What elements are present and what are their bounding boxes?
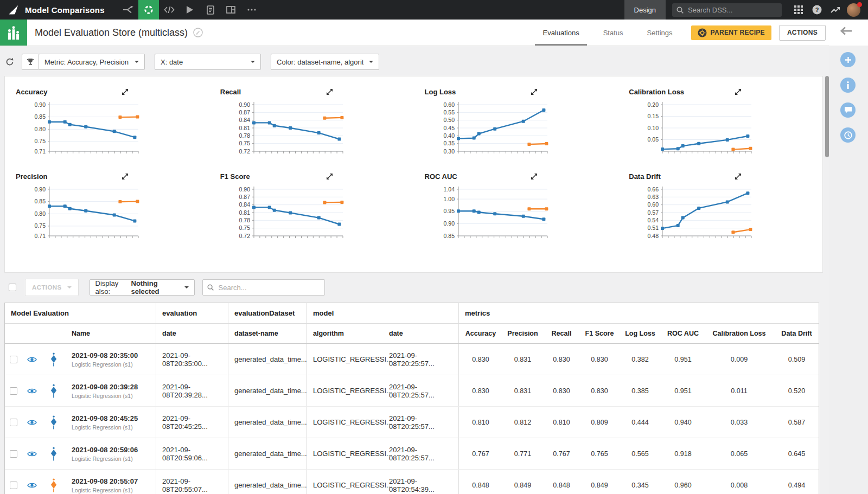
col-header-algorithm[interactable]: algorithm xyxy=(307,324,383,343)
metric-value: 0.831 xyxy=(502,344,543,375)
metric-value: 0.830 xyxy=(580,375,619,406)
chart-roc-auc: ROC AUC1.041.000.950.900.85 xyxy=(414,161,618,246)
col-header-accuracy[interactable]: Accuracy xyxy=(459,324,502,343)
preview-eye-icon[interactable] xyxy=(22,470,42,494)
evaluation-model-label: Logistic Regression (s1) xyxy=(72,455,133,462)
chart-plot: 0.900.850.800.750.71 xyxy=(23,184,209,251)
model-version-icon xyxy=(42,407,66,438)
table-search-input[interactable] xyxy=(218,283,317,292)
col-header-precision[interactable]: Precision xyxy=(502,324,543,343)
actions-button[interactable]: ACTIONS xyxy=(779,25,826,41)
row-checkbox[interactable] xyxy=(5,344,22,375)
evaluation-name-cell[interactable]: 2021-09-08 20:59:06Logistic Regression (… xyxy=(66,438,156,469)
table-row[interactable]: 2021-09-08 20:35:00Logistic Regression (… xyxy=(5,344,819,375)
collapse-arrow-icon[interactable] xyxy=(840,27,853,35)
table-actions-button[interactable]: ACTIONS xyxy=(25,279,79,296)
svg-text:1.00: 1.00 xyxy=(443,196,455,202)
row-checkbox[interactable] xyxy=(5,470,22,494)
evaluation-name-cell[interactable]: 2021-09-08 20:39:28Logistic Regression (… xyxy=(66,375,156,406)
apps-grid-icon[interactable] xyxy=(789,0,808,20)
x-axis-select[interactable]: X: date xyxy=(155,54,261,70)
col-header-log-loss[interactable]: Log Loss xyxy=(619,324,661,343)
preview-eye-icon[interactable] xyxy=(22,407,42,438)
metric-value: 0.830 xyxy=(543,344,580,375)
comments-icon[interactable] xyxy=(840,102,856,118)
expand-chart-icon[interactable] xyxy=(326,88,333,95)
col-header-date[interactable]: date xyxy=(156,324,228,343)
design-menu[interactable]: Design xyxy=(624,0,666,20)
color-select[interactable]: Color: dataset-name, algorithm, xyxy=(271,54,379,70)
col-header-data-drift[interactable]: Data Drift xyxy=(774,324,819,343)
tab-settings[interactable]: Settings xyxy=(647,20,673,46)
tab-status[interactable]: Status xyxy=(603,20,623,46)
chart-accuracy: Accuracy0.900.850.800.750.71 xyxy=(5,76,209,161)
col-header-roc-auc[interactable]: ROC AUC xyxy=(661,324,705,343)
evaluation-name-cell[interactable]: 2021-09-08 20:45:25Logistic Regression (… xyxy=(66,407,156,438)
row-checkbox[interactable] xyxy=(5,375,22,406)
expand-chart-icon[interactable] xyxy=(531,88,538,95)
metric-value: 0.918 xyxy=(661,438,705,469)
expand-chart-icon[interactable] xyxy=(122,88,129,95)
col-header-recall[interactable]: Recall xyxy=(543,324,580,343)
expand-chart-icon[interactable] xyxy=(735,88,742,95)
code-icon[interactable] xyxy=(159,0,180,20)
flow-icon[interactable] xyxy=(118,0,138,20)
chart-plot: 0.900.870.840.810.780.750.72 xyxy=(228,184,414,251)
svg-text:0.63: 0.63 xyxy=(648,194,659,200)
table-row[interactable]: 2021-09-08 20:45:25Logistic Regression (… xyxy=(5,407,819,438)
expand-chart-icon[interactable] xyxy=(326,173,333,180)
help-icon[interactable]: ? xyxy=(808,0,826,20)
svg-text:0.71: 0.71 xyxy=(35,148,46,155)
table-row[interactable]: 2021-09-08 20:59:06Logistic Regression (… xyxy=(5,438,819,470)
col-header-f1-score[interactable]: F1 Score xyxy=(580,324,619,343)
parent-recipe-button[interactable]: PARENT RECIPE xyxy=(691,25,771,40)
col-header-calibration-loss[interactable]: Calibration Loss xyxy=(705,324,774,343)
dss-search-input[interactable] xyxy=(687,5,770,15)
evaluation-name-cell[interactable]: 2021-09-08 20:55:07Logistic Regression (… xyxy=(66,470,156,494)
more-icon[interactable] xyxy=(241,0,262,20)
expand-chart-icon[interactable] xyxy=(531,173,538,180)
row-checkbox[interactable] xyxy=(5,407,22,438)
metric-value: 0.951 xyxy=(661,344,705,375)
preview-eye-icon[interactable] xyxy=(22,438,42,469)
preview-eye-icon[interactable] xyxy=(22,344,42,375)
expand-chart-icon[interactable] xyxy=(735,173,742,180)
col-header-dataset-name[interactable]: dataset-name xyxy=(228,324,307,343)
play-icon[interactable] xyxy=(180,0,200,20)
evaluation-model-label: Logistic Regression (s1) xyxy=(72,393,133,399)
table-row[interactable]: 2021-09-08 20:55:07Logistic Regression (… xyxy=(5,470,819,494)
metric-value: 0.848 xyxy=(543,470,580,494)
select-all-checkbox[interactable] xyxy=(9,284,16,291)
info-icon[interactable] xyxy=(840,78,856,93)
trending-icon[interactable] xyxy=(826,0,845,20)
algorithm: LOGISTIC_REGRESSI... xyxy=(307,407,383,438)
vertical-scrollbar[interactable] xyxy=(825,76,829,157)
page-title: Model Evaluation Store (multiclass) xyxy=(35,27,188,39)
user-avatar[interactable] xyxy=(847,3,860,17)
edit-description-icon[interactable] xyxy=(193,28,203,37)
preview-eye-icon[interactable] xyxy=(22,375,42,406)
evaluation-name-cell[interactable]: 2021-09-08 20:35:00Logistic Regression (… xyxy=(66,344,156,375)
display-also-select[interactable]: Display also:Nothing selected xyxy=(90,279,195,296)
svg-text:0.78: 0.78 xyxy=(239,132,250,139)
notebook-icon[interactable] xyxy=(200,0,221,20)
table-row[interactable]: 2021-09-08 20:39:28Logistic Regression (… xyxy=(5,375,819,407)
refresh-icon[interactable] xyxy=(5,57,14,66)
table-search-box[interactable] xyxy=(202,279,325,296)
metric-select[interactable]: Metric: Accuracy, Precision, Reca xyxy=(39,54,145,70)
svg-text:1.04: 1.04 xyxy=(443,186,455,193)
history-icon[interactable] xyxy=(840,127,856,143)
tab-evaluations[interactable]: Evaluations xyxy=(542,20,579,46)
automl-icon[interactable] xyxy=(138,0,159,20)
col-header-name[interactable]: Name xyxy=(66,324,156,343)
metric-value: 0.444 xyxy=(619,407,661,438)
svg-text:0.80: 0.80 xyxy=(35,210,46,217)
row-checkbox[interactable] xyxy=(5,438,22,469)
col-header-model-date[interactable]: date xyxy=(383,324,459,343)
dss-search-box[interactable] xyxy=(672,3,782,17)
expand-chart-icon[interactable] xyxy=(122,173,129,180)
chart-filter-bar: Metric: Accuracy, Precision, Reca X: dat… xyxy=(5,54,379,70)
dataiku-logo xyxy=(8,4,20,16)
dashboard-icon[interactable] xyxy=(221,0,241,20)
add-icon[interactable] xyxy=(840,52,856,67)
